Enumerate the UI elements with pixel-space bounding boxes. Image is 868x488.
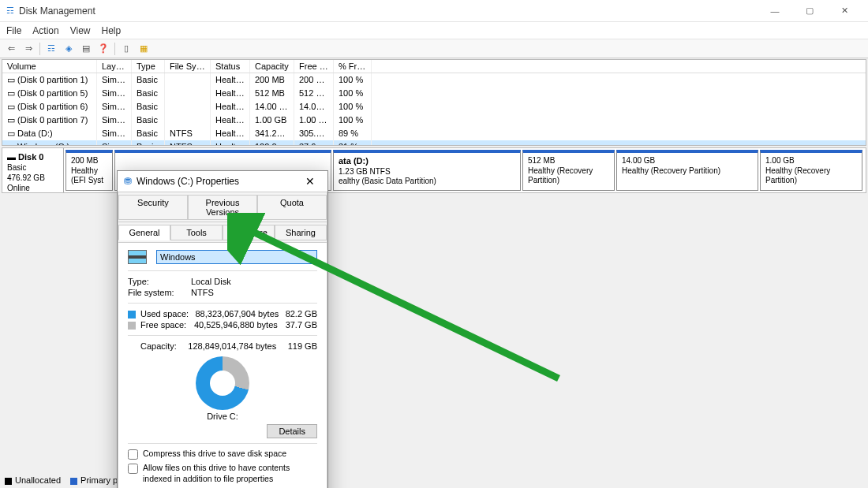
details-button[interactable]: Details: [267, 424, 317, 438]
list-icon[interactable]: ▤: [78, 42, 94, 56]
menu-action[interactable]: Action: [32, 25, 58, 36]
index-checkbox[interactable]: Allow files on this drive to have conten…: [128, 463, 317, 484]
partition-block[interactable]: 512 MBHealthy (Recovery Partition): [522, 150, 615, 191]
volume-row[interactable]: ▭ (Disk 0 partition 7)SimpleBasicHealthy…: [2, 114, 866, 127]
titlebar: ☶ Disk Management — ▢ ✕: [0, 0, 868, 22]
menu-help[interactable]: Help: [102, 25, 122, 36]
partition-block[interactable]: 14.00 GBHealthy (Recovery Partition): [616, 150, 758, 191]
usage-pie-chart: [196, 356, 249, 410]
menu-file[interactable]: File: [6, 25, 21, 36]
tab-sharing[interactable]: Sharing: [275, 225, 327, 240]
app-icon: ☶: [6, 6, 14, 16]
volume-row[interactable]: ▭ Windows (C:)SimpleBasicNTFSHealthy ...…: [2, 140, 866, 146]
volume-name-input[interactable]: [156, 250, 317, 264]
dialog-close-icon[interactable]: ✕: [299, 175, 321, 188]
drive-large-icon: [128, 250, 147, 264]
partition-block[interactable]: ata (D:)1.23 GB NTFSealthy (Basic Data P…: [333, 150, 521, 191]
minimize-button[interactable]: —: [758, 0, 792, 22]
back-icon[interactable]: ⇐: [3, 42, 19, 56]
partition-block[interactable]: 1.00 GBHealthy (Recovery Partition): [760, 150, 862, 191]
maximize-button[interactable]: ▢: [792, 0, 827, 22]
action-icon[interactable]: ▯: [118, 42, 134, 56]
volume-list[interactable]: Volume Layout Type File System Status Ca…: [2, 59, 866, 146]
disk-info: ▬ Disk 0 Basic 476.92 GB Online: [2, 148, 64, 192]
tab-general[interactable]: General: [118, 225, 170, 240]
column-headers[interactable]: Volume Layout Type File System Status Ca…: [2, 60, 866, 73]
help-icon[interactable]: ❓: [95, 42, 111, 56]
dialog-title: Windows (C:) Properties: [137, 176, 239, 187]
window-title: Disk Management: [19, 6, 758, 17]
drive-icon: ⛃: [124, 176, 132, 187]
volume-row[interactable]: ▭ Data (D:)SimpleBasicNTFSHealthy ...341…: [2, 127, 866, 140]
scan-icon[interactable]: ▦: [136, 42, 152, 56]
drive-label: Drive C:: [128, 412, 317, 421]
dialog-titlebar[interactable]: ⛃ Windows (C:) Properties ✕: [118, 171, 327, 192]
refresh-icon[interactable]: ◈: [61, 42, 77, 56]
tab-quota[interactable]: Quota: [257, 195, 327, 220]
properties-icon[interactable]: ☶: [43, 42, 59, 56]
volume-row[interactable]: ▭ (Disk 0 partition 1)SimpleBasicHealthy…: [2, 73, 866, 87]
tab-hardware[interactable]: Hardware: [223, 225, 275, 240]
menu-view[interactable]: View: [70, 25, 91, 36]
tab-security[interactable]: Security: [118, 195, 188, 220]
forward-icon[interactable]: ⇒: [21, 42, 36, 56]
menubar: File Action View Help: [0, 22, 868, 39]
volume-row[interactable]: ▭ (Disk 0 partition 6)SimpleBasicHealthy…: [2, 100, 866, 114]
tab-previous-versions[interactable]: Previous Versions: [188, 195, 257, 220]
compress-checkbox[interactable]: Compress this drive to save disk space: [128, 449, 317, 460]
partition-block[interactable]: 200 MBHealthy (EFI Syst: [65, 150, 113, 191]
close-button[interactable]: ✕: [827, 0, 862, 22]
volume-row[interactable]: ▭ (Disk 0 partition 5)SimpleBasicHealthy…: [2, 87, 866, 100]
properties-dialog: ⛃ Windows (C:) Properties ✕ Security Pre…: [117, 170, 328, 488]
toolbar: ⇐ ⇒ ☶ ◈ ▤ ❓ ▯ ▦: [0, 39, 868, 58]
tab-tools[interactable]: Tools: [170, 225, 223, 240]
